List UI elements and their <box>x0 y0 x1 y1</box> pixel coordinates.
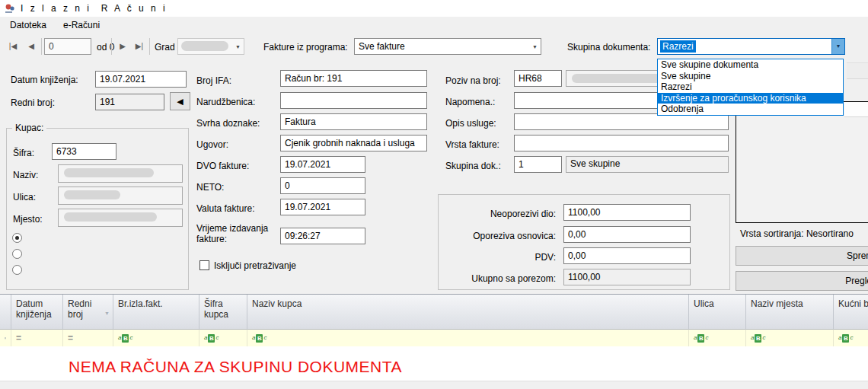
pdv-input[interactable] <box>563 247 691 264</box>
column-header-label: Datum knjiženja <box>16 298 52 320</box>
nav-first-icon: |◀ <box>9 42 17 50</box>
dvo-fakture-input[interactable] <box>280 156 365 173</box>
menu-item-datoteka[interactable]: Datoteka <box>3 17 53 33</box>
chevron-down-icon: ▼ <box>836 43 841 49</box>
column-header-label: Kućni broj <box>838 298 868 309</box>
mjesto-field[interactable] <box>58 209 183 227</box>
radio-option-3[interactable] <box>12 265 22 275</box>
nav-next-icon: ▶ <box>120 42 126 50</box>
filter-cell-3[interactable]: aBc <box>113 330 199 346</box>
valuta-fakture-label: Valuta fakture: <box>196 203 255 214</box>
column-header-kućni-broj[interactable]: Kućni broj <box>834 295 868 330</box>
poziv-na-broj-input[interactable] <box>514 70 562 87</box>
nav-last-button[interactable]: ▶| <box>131 38 148 55</box>
column-header-label: Naziv kupca <box>252 298 302 309</box>
svrha-doznake-input[interactable] <box>280 113 427 130</box>
redacted-naziv-value <box>64 168 154 177</box>
filter-cell-8[interactable]: aBc <box>834 330 868 346</box>
column-header-br-izla-fakt-[interactable]: Br.izla.fakt. <box>113 295 199 330</box>
column-header-label: Šifra kupca <box>204 298 228 320</box>
opis-usluge-input[interactable] <box>514 113 729 130</box>
naziv-field[interactable] <box>58 164 183 183</box>
filter-cell-2[interactable]: = <box>63 330 113 346</box>
opis-usluge-label: Opis usluge: <box>445 118 496 129</box>
radio-option-1[interactable] <box>12 233 22 243</box>
dropdown-option-1[interactable]: Sve skupine <box>658 71 843 82</box>
table-filter-row[interactable]: ==aBcaBcaBcaBcaBcaBc <box>0 330 868 347</box>
clipped-toolbar-fragment <box>847 62 868 79</box>
iskljuci-pretrazivanje-checkbox[interactable] <box>199 260 209 270</box>
radio-option-2[interactable] <box>12 249 22 259</box>
column-header-naziv-mjesta[interactable]: Naziv mjesta <box>746 295 834 330</box>
broj-ifa-input[interactable] <box>280 70 427 87</box>
skupina-dropdown-button[interactable]: ▼ <box>831 39 844 54</box>
column-header-redni-broj[interactable]: Redni broj▼ <box>63 295 113 330</box>
broj-ifa-label: Broj IFA: <box>196 75 231 86</box>
nav-prev-icon: ◀ <box>28 42 34 50</box>
filter-cell-1[interactable]: = <box>11 330 63 346</box>
nav-next-button[interactable]: ▶ <box>114 38 131 55</box>
ulica-field[interactable] <box>58 187 183 205</box>
ukupno-input[interactable] <box>563 269 691 285</box>
datum-knjizenja-input[interactable] <box>95 71 187 88</box>
skupina-combobox[interactable]: Razrezi ▼ <box>657 38 845 55</box>
invoice-table: Datum knjiženjaRedni broj▼Br.izla.fakt.Š… <box>0 294 868 347</box>
redacted-ulica-value <box>64 190 120 199</box>
dropdown-option-3[interactable]: Izvršenje za proračunskog korisnika <box>658 93 843 104</box>
grad-combobox[interactable]: ▼ <box>177 38 244 55</box>
valuta-fakture-input[interactable] <box>280 199 365 215</box>
vrsta-fakture-input[interactable] <box>514 135 729 151</box>
dropdown-option-0[interactable]: Sve skupine dokumenta <box>658 59 843 71</box>
abc-filter-icon: aBc <box>838 334 853 343</box>
chevron-down-icon: ▼ <box>532 44 538 49</box>
column-header-datum-knjiženja[interactable]: Datum knjiženja <box>11 295 63 330</box>
vrijeme-izdavanja-input[interactable] <box>280 228 365 244</box>
record-number-input[interactable] <box>44 38 91 55</box>
no-records-message: NEMA RAČUNA ZA SKUPINU DOKUMENTA <box>69 358 402 376</box>
dropdown-option-4[interactable]: Odobrenja <box>658 104 843 115</box>
neto-input[interactable] <box>280 177 365 194</box>
toolbar-separator <box>41 38 42 55</box>
naziv-label: Naziv: <box>13 170 38 180</box>
ugovor-input[interactable] <box>280 135 427 151</box>
table-body-empty: NEMA RAČUNA ZA SKUPINU DOKUMENTA <box>0 346 868 381</box>
filter-cell-6[interactable]: aBc <box>689 330 746 346</box>
skupina-dok-input[interactable] <box>514 156 562 173</box>
dropdown-option-2[interactable]: Razrezi <box>658 81 843 93</box>
sort-listbox[interactable] <box>736 101 868 223</box>
preview-button-label: Pregled <box>845 276 868 286</box>
column-header-label: Redni broj <box>68 298 91 320</box>
fakture-combobox[interactable]: Sve fakture ▼ <box>354 38 541 55</box>
filter-cell-5[interactable]: aBc <box>247 330 689 346</box>
column-header-label: Br.izla.fakt. <box>118 298 163 309</box>
skupina-selected-value: Razrezi <box>660 40 696 53</box>
filter-cell-4[interactable]: aBc <box>199 330 247 346</box>
fakture-value: Sve fakture <box>359 41 405 52</box>
column-header-ulica[interactable]: Ulica <box>689 295 746 330</box>
filter-cell-7[interactable]: aBc <box>746 330 834 346</box>
sifra-input[interactable] <box>52 143 116 160</box>
column-header-šifra-kupca[interactable]: Šifra kupca <box>199 295 247 330</box>
save-button[interactable]: Spremi <box>736 246 868 266</box>
menu-item-e-ra-uni[interactable]: e-Računi <box>56 17 107 33</box>
poziv-na-broj-label: Poziv na broj: <box>445 75 501 86</box>
svrha-doznake-label: Svrha doznake: <box>196 118 260 129</box>
filter-cell-0[interactable] <box>0 330 11 346</box>
column-header-naziv-kupca[interactable]: Naziv kupca <box>247 295 689 330</box>
go-to-record-button[interactable]: ◀ <box>170 92 190 110</box>
nav-first-button[interactable]: |◀ <box>5 38 21 55</box>
kupac-title: Kupac: <box>12 123 46 133</box>
preview-button[interactable]: Pregled <box>736 271 868 291</box>
table-header-row: Datum knjiženjaRedni broj▼Br.izla.fakt.Š… <box>0 295 868 330</box>
oporeziva-input[interactable] <box>563 226 691 243</box>
toolbar-separator <box>111 38 112 55</box>
redni-broj-input[interactable] <box>95 94 164 110</box>
neto-label: NETO: <box>196 182 224 193</box>
oporeziva-label: Oporeziva osnovica: <box>449 231 556 241</box>
abc-filter-icon: aBc <box>204 334 219 343</box>
abc-filter-icon: aBc <box>252 334 266 343</box>
neoporezivi-input[interactable] <box>563 204 691 221</box>
narudzbenica-input[interactable] <box>280 92 427 109</box>
nav-prev-button[interactable]: ◀ <box>23 38 40 55</box>
datum-knjizenja-label: Datum knjiženja: <box>11 75 78 85</box>
